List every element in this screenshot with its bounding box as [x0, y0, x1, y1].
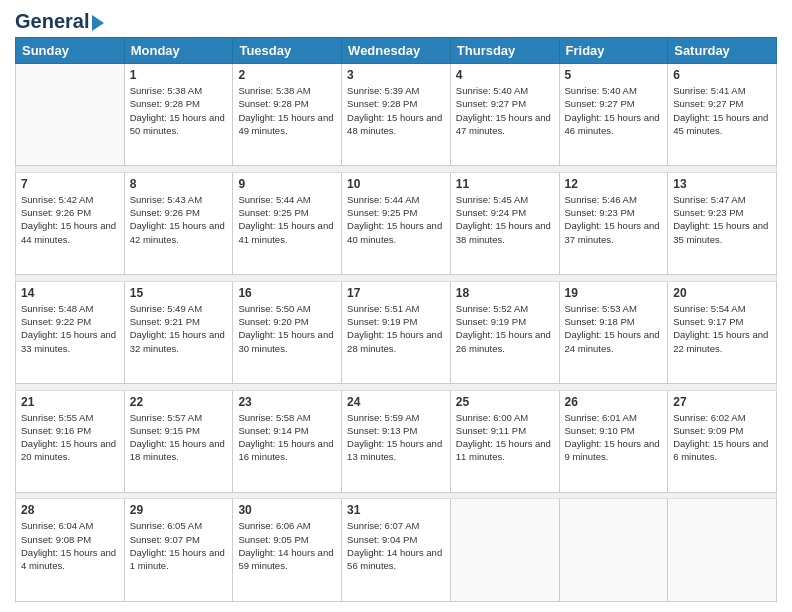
day-cell: 29Sunrise: 6:05 AMSunset: 9:07 PMDayligh…	[124, 499, 233, 602]
day-number: 28	[21, 503, 119, 517]
day-info: Sunrise: 5:38 AMSunset: 9:28 PMDaylight:…	[130, 84, 228, 137]
day-info: Sunrise: 6:00 AMSunset: 9:11 PMDaylight:…	[456, 411, 554, 464]
day-cell: 8Sunrise: 5:43 AMSunset: 9:26 PMDaylight…	[124, 172, 233, 274]
day-cell: 3Sunrise: 5:39 AMSunset: 9:28 PMDaylight…	[342, 64, 451, 166]
day-info: Sunrise: 5:47 AMSunset: 9:23 PMDaylight:…	[673, 193, 771, 246]
day-number: 18	[456, 286, 554, 300]
header: General	[15, 10, 777, 29]
day-cell	[559, 499, 668, 602]
day-cell: 6Sunrise: 5:41 AMSunset: 9:27 PMDaylight…	[668, 64, 777, 166]
day-number: 19	[565, 286, 663, 300]
day-info: Sunrise: 5:58 AMSunset: 9:14 PMDaylight:…	[238, 411, 336, 464]
day-info: Sunrise: 5:42 AMSunset: 9:26 PMDaylight:…	[21, 193, 119, 246]
day-info: Sunrise: 5:59 AMSunset: 9:13 PMDaylight:…	[347, 411, 445, 464]
day-number: 16	[238, 286, 336, 300]
day-cell: 4Sunrise: 5:40 AMSunset: 9:27 PMDaylight…	[450, 64, 559, 166]
day-cell: 27Sunrise: 6:02 AMSunset: 9:09 PMDayligh…	[668, 390, 777, 492]
day-info: Sunrise: 6:01 AMSunset: 9:10 PMDaylight:…	[565, 411, 663, 464]
day-cell: 26Sunrise: 6:01 AMSunset: 9:10 PMDayligh…	[559, 390, 668, 492]
day-info: Sunrise: 5:53 AMSunset: 9:18 PMDaylight:…	[565, 302, 663, 355]
day-info: Sunrise: 5:40 AMSunset: 9:27 PMDaylight:…	[565, 84, 663, 137]
logo-general: General	[15, 10, 89, 33]
day-info: Sunrise: 5:45 AMSunset: 9:24 PMDaylight:…	[456, 193, 554, 246]
weekday-header-sunday: Sunday	[16, 38, 125, 64]
day-info: Sunrise: 5:43 AMSunset: 9:26 PMDaylight:…	[130, 193, 228, 246]
day-cell: 19Sunrise: 5:53 AMSunset: 9:18 PMDayligh…	[559, 281, 668, 383]
day-number: 3	[347, 68, 445, 82]
day-info: Sunrise: 5:46 AMSunset: 9:23 PMDaylight:…	[565, 193, 663, 246]
weekday-header-friday: Friday	[559, 38, 668, 64]
day-cell: 24Sunrise: 5:59 AMSunset: 9:13 PMDayligh…	[342, 390, 451, 492]
day-number: 13	[673, 177, 771, 191]
day-number: 7	[21, 177, 119, 191]
calendar-table: SundayMondayTuesdayWednesdayThursdayFrid…	[15, 37, 777, 602]
day-cell: 20Sunrise: 5:54 AMSunset: 9:17 PMDayligh…	[668, 281, 777, 383]
logo-arrow-icon	[92, 15, 104, 31]
day-cell: 17Sunrise: 5:51 AMSunset: 9:19 PMDayligh…	[342, 281, 451, 383]
day-info: Sunrise: 5:41 AMSunset: 9:27 PMDaylight:…	[673, 84, 771, 137]
weekday-header-tuesday: Tuesday	[233, 38, 342, 64]
day-number: 26	[565, 395, 663, 409]
day-number: 25	[456, 395, 554, 409]
day-info: Sunrise: 5:50 AMSunset: 9:20 PMDaylight:…	[238, 302, 336, 355]
day-info: Sunrise: 5:54 AMSunset: 9:17 PMDaylight:…	[673, 302, 771, 355]
day-number: 11	[456, 177, 554, 191]
weekday-header-saturday: Saturday	[668, 38, 777, 64]
day-info: Sunrise: 6:06 AMSunset: 9:05 PMDaylight:…	[238, 519, 336, 572]
day-cell: 21Sunrise: 5:55 AMSunset: 9:16 PMDayligh…	[16, 390, 125, 492]
day-info: Sunrise: 6:05 AMSunset: 9:07 PMDaylight:…	[130, 519, 228, 572]
day-info: Sunrise: 6:02 AMSunset: 9:09 PMDaylight:…	[673, 411, 771, 464]
day-info: Sunrise: 5:40 AMSunset: 9:27 PMDaylight:…	[456, 84, 554, 137]
day-cell: 7Sunrise: 5:42 AMSunset: 9:26 PMDaylight…	[16, 172, 125, 274]
day-cell: 9Sunrise: 5:44 AMSunset: 9:25 PMDaylight…	[233, 172, 342, 274]
day-number: 4	[456, 68, 554, 82]
week-row-2: 7Sunrise: 5:42 AMSunset: 9:26 PMDaylight…	[16, 172, 777, 274]
day-cell: 31Sunrise: 6:07 AMSunset: 9:04 PMDayligh…	[342, 499, 451, 602]
day-cell: 23Sunrise: 5:58 AMSunset: 9:14 PMDayligh…	[233, 390, 342, 492]
day-cell: 25Sunrise: 6:00 AMSunset: 9:11 PMDayligh…	[450, 390, 559, 492]
day-number: 21	[21, 395, 119, 409]
weekday-header-monday: Monday	[124, 38, 233, 64]
week-row-3: 14Sunrise: 5:48 AMSunset: 9:22 PMDayligh…	[16, 281, 777, 383]
day-info: Sunrise: 5:38 AMSunset: 9:28 PMDaylight:…	[238, 84, 336, 137]
day-number: 1	[130, 68, 228, 82]
day-number: 27	[673, 395, 771, 409]
day-number: 24	[347, 395, 445, 409]
day-cell: 2Sunrise: 5:38 AMSunset: 9:28 PMDaylight…	[233, 64, 342, 166]
calendar-page: General SundayMondayTuesdayWednesdayThur…	[0, 0, 792, 612]
day-cell: 30Sunrise: 6:06 AMSunset: 9:05 PMDayligh…	[233, 499, 342, 602]
day-info: Sunrise: 5:44 AMSunset: 9:25 PMDaylight:…	[238, 193, 336, 246]
day-cell: 22Sunrise: 5:57 AMSunset: 9:15 PMDayligh…	[124, 390, 233, 492]
weekday-header-wednesday: Wednesday	[342, 38, 451, 64]
day-number: 29	[130, 503, 228, 517]
day-info: Sunrise: 6:07 AMSunset: 9:04 PMDaylight:…	[347, 519, 445, 572]
day-number: 12	[565, 177, 663, 191]
day-cell: 13Sunrise: 5:47 AMSunset: 9:23 PMDayligh…	[668, 172, 777, 274]
day-info: Sunrise: 5:44 AMSunset: 9:25 PMDaylight:…	[347, 193, 445, 246]
day-cell: 14Sunrise: 5:48 AMSunset: 9:22 PMDayligh…	[16, 281, 125, 383]
day-cell: 15Sunrise: 5:49 AMSunset: 9:21 PMDayligh…	[124, 281, 233, 383]
day-cell: 5Sunrise: 5:40 AMSunset: 9:27 PMDaylight…	[559, 64, 668, 166]
weekday-header-thursday: Thursday	[450, 38, 559, 64]
day-number: 8	[130, 177, 228, 191]
day-cell	[16, 64, 125, 166]
day-number: 9	[238, 177, 336, 191]
day-number: 22	[130, 395, 228, 409]
day-info: Sunrise: 5:52 AMSunset: 9:19 PMDaylight:…	[456, 302, 554, 355]
day-number: 14	[21, 286, 119, 300]
day-info: Sunrise: 5:55 AMSunset: 9:16 PMDaylight:…	[21, 411, 119, 464]
day-cell: 1Sunrise: 5:38 AMSunset: 9:28 PMDaylight…	[124, 64, 233, 166]
day-cell	[668, 499, 777, 602]
day-number: 10	[347, 177, 445, 191]
day-info: Sunrise: 5:48 AMSunset: 9:22 PMDaylight:…	[21, 302, 119, 355]
day-info: Sunrise: 5:51 AMSunset: 9:19 PMDaylight:…	[347, 302, 445, 355]
day-info: Sunrise: 5:39 AMSunset: 9:28 PMDaylight:…	[347, 84, 445, 137]
day-number: 30	[238, 503, 336, 517]
day-number: 2	[238, 68, 336, 82]
week-row-1: 1Sunrise: 5:38 AMSunset: 9:28 PMDaylight…	[16, 64, 777, 166]
day-cell: 18Sunrise: 5:52 AMSunset: 9:19 PMDayligh…	[450, 281, 559, 383]
day-info: Sunrise: 6:04 AMSunset: 9:08 PMDaylight:…	[21, 519, 119, 572]
day-info: Sunrise: 5:57 AMSunset: 9:15 PMDaylight:…	[130, 411, 228, 464]
day-cell	[450, 499, 559, 602]
day-number: 6	[673, 68, 771, 82]
